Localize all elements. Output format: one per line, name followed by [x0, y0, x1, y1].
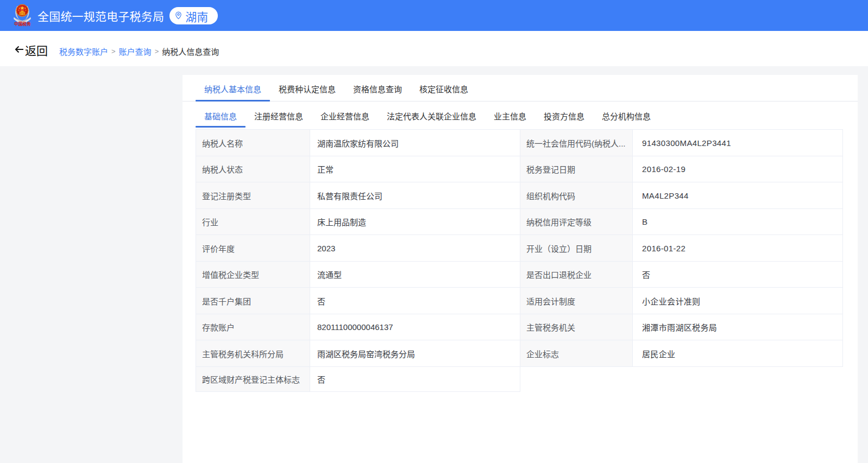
svg-text:中国税务: 中国税务: [14, 21, 31, 26]
